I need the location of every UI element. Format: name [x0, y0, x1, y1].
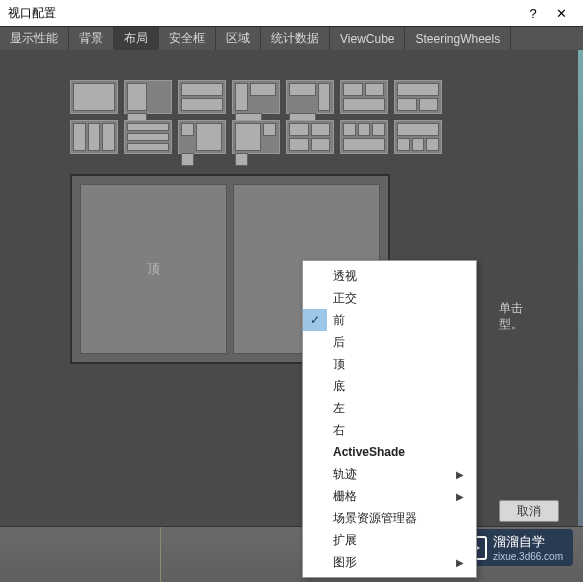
chevron-right-icon: ▶	[456, 469, 464, 480]
titlebar: 视口配置 ? ✕	[0, 0, 583, 26]
ctx-top[interactable]: 顶	[303, 353, 476, 375]
layout-option-6[interactable]	[340, 80, 388, 114]
ctx-extended[interactable]: 扩展	[303, 529, 476, 551]
chevron-right-icon: ▶	[456, 491, 464, 502]
layout-option-3[interactable]	[178, 80, 226, 114]
viewport-divider	[160, 527, 161, 582]
layout-option-14[interactable]	[394, 120, 442, 154]
layout-grid	[70, 80, 470, 154]
layout-option-10[interactable]	[178, 120, 226, 154]
layout-option-4[interactable]	[232, 80, 280, 114]
hint-text: 单击 型。	[499, 300, 523, 332]
ctx-ortho[interactable]: 正交	[303, 287, 476, 309]
tab-safeframe[interactable]: 安全框	[159, 27, 216, 50]
ctx-scene-explorer[interactable]: 场景资源管理器	[303, 507, 476, 529]
preview-pane-left[interactable]: 顶	[80, 184, 227, 354]
close-button[interactable]: ✕	[547, 6, 575, 21]
tab-layout[interactable]: 布局	[114, 27, 159, 50]
watermark-url: zixue.3d66.com	[493, 551, 563, 562]
ctx-shape[interactable]: 图形▶	[303, 551, 476, 573]
ctx-bottom[interactable]: 底	[303, 375, 476, 397]
ctx-perspective[interactable]: 透视	[303, 265, 476, 287]
help-button[interactable]: ?	[519, 6, 547, 21]
preview-left-label: 顶	[147, 260, 160, 278]
layout-option-7[interactable]	[394, 80, 442, 114]
tab-background[interactable]: 背景	[69, 27, 114, 50]
check-icon: ✓	[303, 309, 327, 331]
ctx-left[interactable]: 左	[303, 397, 476, 419]
layout-option-1[interactable]	[70, 80, 118, 114]
layout-option-13[interactable]	[340, 120, 388, 154]
tab-display-perf[interactable]: 显示性能	[0, 27, 69, 50]
ctx-tracks[interactable]: 轨迹▶	[303, 463, 476, 485]
tab-bar: 显示性能 背景 布局 安全框 区域 统计数据 ViewCube Steering…	[0, 26, 583, 50]
layout-option-2[interactable]	[124, 80, 172, 114]
right-edge-gradient	[578, 50, 583, 526]
tab-viewcube[interactable]: ViewCube	[330, 27, 405, 50]
tab-steeringwheels[interactable]: SteeringWheels	[405, 27, 511, 50]
ctx-front[interactable]: ✓前	[303, 309, 476, 331]
watermark-brand: 溜溜自学	[493, 533, 563, 551]
ctx-back[interactable]: 后	[303, 331, 476, 353]
layout-option-8[interactable]	[70, 120, 118, 154]
layout-content: 顶	[0, 50, 583, 374]
tab-region[interactable]: 区域	[216, 27, 261, 50]
layout-option-11[interactable]	[232, 120, 280, 154]
chevron-right-icon: ▶	[456, 557, 464, 568]
ctx-activeshade[interactable]: ActiveShade	[303, 441, 476, 463]
context-menu: 透视 正交 ✓前 后 顶 底 左 右 ActiveShade 轨迹▶ 栅格▶ 场…	[302, 260, 477, 578]
tab-stats[interactable]: 统计数据	[261, 27, 330, 50]
layout-option-12[interactable]	[286, 120, 334, 154]
layout-option-9[interactable]	[124, 120, 172, 154]
ctx-grid[interactable]: 栅格▶	[303, 485, 476, 507]
window-title: 视口配置	[8, 5, 56, 22]
ctx-right[interactable]: 右	[303, 419, 476, 441]
cancel-button[interactable]: 取消	[499, 500, 559, 522]
layout-option-5[interactable]	[286, 80, 334, 114]
